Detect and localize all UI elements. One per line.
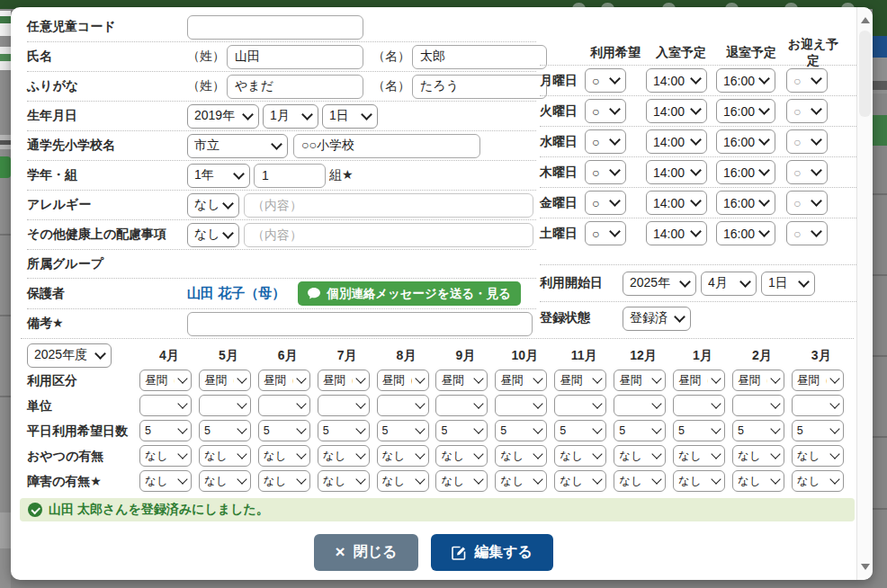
month-value-select[interactable]: 5 (377, 420, 429, 441)
birth-day-select[interactable]: 1日 (322, 104, 378, 129)
edit-button[interactable]: 編集する (431, 534, 553, 571)
health-detail-input[interactable] (244, 223, 533, 247)
start-year-select[interactable]: 2025年 (623, 272, 696, 296)
month-value-select[interactable]: なし (673, 445, 725, 467)
allergy-select[interactable]: なし (187, 193, 239, 218)
month-value-select[interactable] (792, 395, 844, 416)
enter-time-select[interactable]: 14:00 (646, 129, 707, 154)
month-value-select[interactable]: なし (495, 470, 547, 492)
month-value-select[interactable]: 5 (792, 420, 844, 441)
leave-time-select[interactable]: 16:00 (716, 191, 775, 215)
scrollbar-thumb[interactable] (859, 31, 871, 117)
month-value-select[interactable]: なし (377, 445, 429, 467)
pickup-select[interactable]: ○ (786, 191, 828, 215)
enter-time-select[interactable]: 14:00 (646, 160, 707, 184)
month-value-select[interactable] (139, 395, 192, 416)
month-value-select[interactable]: 5 (139, 420, 192, 441)
scroll-down-arrow-icon[interactable] (861, 564, 870, 570)
start-month-select[interactable]: 4月 (701, 272, 757, 296)
month-value-select[interactable]: なし (199, 445, 251, 467)
guardian-name-link[interactable]: 山田 花子（母） (187, 285, 285, 302)
surname-input[interactable] (227, 45, 363, 69)
month-value-select[interactable]: なし (554, 445, 606, 467)
month-value-select[interactable]: 5 (614, 420, 666, 441)
month-value-select[interactable]: 昼間（ (732, 370, 784, 391)
month-value-select[interactable]: なし (732, 470, 784, 492)
month-value-select[interactable]: 昼間（ (318, 370, 370, 391)
month-value-select[interactable]: なし (435, 470, 488, 492)
month-value-select[interactable]: なし (673, 470, 725, 492)
close-button[interactable]: × 閉じる (314, 534, 418, 571)
month-value-select[interactable]: なし (139, 470, 192, 492)
pickup-select[interactable]: ○ (786, 221, 828, 245)
month-value-select[interactable]: 5 (318, 420, 370, 441)
send-message-button[interactable]: 個別連絡メッセージを送る・見る (298, 281, 521, 306)
month-value-select[interactable]: なし (377, 470, 429, 492)
leave-time-select[interactable]: 16:00 (716, 221, 775, 245)
month-value-select[interactable]: なし (554, 470, 606, 492)
givenname-input[interactable] (412, 45, 547, 69)
pickup-select[interactable]: ○ (786, 99, 828, 123)
month-value-select[interactable] (258, 395, 310, 416)
month-value-select[interactable] (318, 395, 370, 416)
enter-time-select[interactable]: 14:00 (646, 221, 707, 245)
leave-time-select[interactable]: 16:00 (716, 160, 775, 184)
month-value-select[interactable]: なし (139, 445, 192, 467)
use-request-select[interactable]: ○ (585, 99, 626, 123)
month-value-select[interactable] (199, 395, 251, 416)
status-select[interactable]: 登録済 (623, 307, 691, 331)
note-input[interactable] (187, 312, 533, 336)
month-value-select[interactable] (673, 395, 725, 416)
month-value-select[interactable]: 昼間（ (673, 370, 725, 391)
month-value-select[interactable]: 昼間（ (258, 370, 310, 391)
month-value-select[interactable] (732, 395, 784, 416)
start-day-select[interactable]: 1日 (761, 272, 815, 296)
month-value-select[interactable]: なし (732, 445, 784, 467)
month-value-select[interactable]: 昼間（ (199, 370, 251, 391)
month-value-select[interactable] (495, 395, 547, 416)
leave-time-select[interactable]: 16:00 (716, 129, 775, 154)
month-value-select[interactable] (435, 395, 488, 416)
enter-time-select[interactable]: 14:00 (646, 191, 707, 215)
month-value-select[interactable]: なし (318, 445, 370, 467)
class-input[interactable] (254, 164, 326, 188)
month-value-select[interactable]: なし (614, 445, 666, 467)
month-value-select[interactable]: 5 (732, 420, 784, 441)
pickup-select[interactable]: ○ (786, 129, 828, 154)
child-code-input[interactable] (187, 15, 363, 40)
month-value-select[interactable]: なし (495, 445, 547, 467)
month-value-select[interactable]: なし (435, 445, 488, 467)
scroll-up-arrow-icon[interactable] (861, 17, 870, 23)
month-value-select[interactable]: なし (199, 470, 251, 492)
month-value-select[interactable]: 昼間（ (554, 370, 606, 391)
kana-givenname-input[interactable] (412, 75, 547, 99)
month-value-select[interactable]: 5 (495, 420, 547, 441)
month-value-select[interactable]: 昼間（ (377, 370, 429, 391)
month-value-select[interactable]: 昼間（ (495, 370, 547, 391)
month-value-select[interactable]: なし (792, 470, 844, 492)
month-value-select[interactable]: 昼間（ (139, 370, 192, 391)
use-request-select[interactable]: ○ (585, 221, 626, 245)
kana-surname-input[interactable] (227, 75, 363, 99)
health-select[interactable]: なし (187, 223, 239, 247)
month-value-select[interactable] (554, 395, 606, 416)
birth-year-select[interactable]: 2019年 (187, 104, 259, 129)
pickup-select[interactable]: ○ (786, 68, 828, 93)
month-value-select[interactable]: 5 (258, 420, 310, 441)
month-value-select[interactable]: 5 (435, 420, 488, 441)
month-value-select[interactable]: なし (614, 470, 666, 492)
enter-time-select[interactable]: 14:00 (646, 99, 707, 123)
month-value-select[interactable]: 5 (199, 420, 251, 441)
month-value-select[interactable]: 昼間（ (792, 370, 844, 391)
use-request-select[interactable]: ○ (585, 129, 626, 154)
modal-scrollbar[interactable] (856, 7, 873, 580)
allergy-detail-input[interactable] (244, 193, 533, 218)
use-request-select[interactable]: ○ (585, 68, 626, 93)
leave-time-select[interactable]: 16:00 (716, 99, 775, 123)
month-value-select[interactable]: 昼間（ (614, 370, 666, 391)
school-name-input[interactable] (293, 134, 480, 158)
month-value-select[interactable]: なし (318, 470, 370, 492)
month-value-select[interactable]: 昼間（ (435, 370, 488, 391)
leave-time-select[interactable]: 16:00 (716, 68, 775, 93)
month-value-select[interactable]: 5 (554, 420, 606, 441)
